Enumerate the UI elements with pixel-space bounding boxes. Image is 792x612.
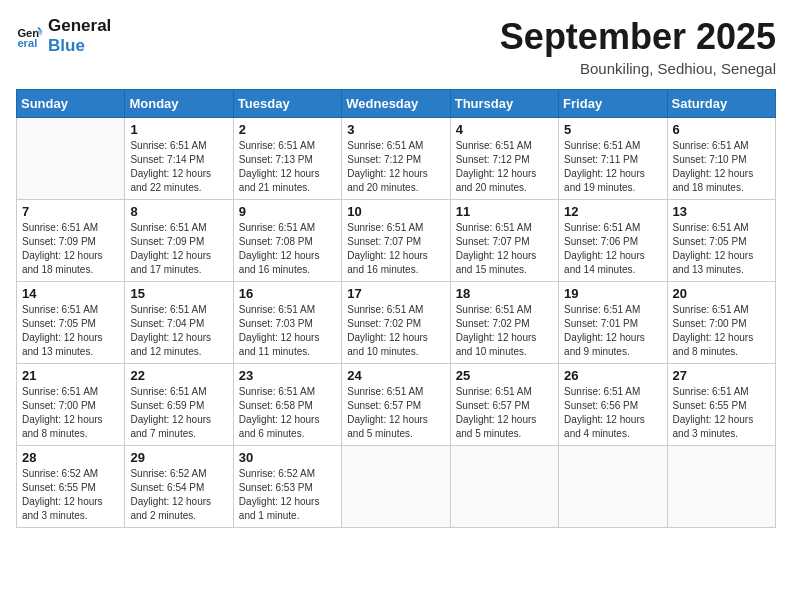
day-info: Sunrise: 6:51 AMSunset: 7:00 PMDaylight:… [673,303,770,359]
weekday-header-row: SundayMondayTuesdayWednesdayThursdayFrid… [17,90,776,118]
calendar-cell: 3Sunrise: 6:51 AMSunset: 7:12 PMDaylight… [342,118,450,200]
calendar-cell: 10Sunrise: 6:51 AMSunset: 7:07 PMDayligh… [342,200,450,282]
day-info: Sunrise: 6:51 AMSunset: 7:13 PMDaylight:… [239,139,336,195]
calendar-week-row: 7Sunrise: 6:51 AMSunset: 7:09 PMDaylight… [17,200,776,282]
calendar-cell: 17Sunrise: 6:51 AMSunset: 7:02 PMDayligh… [342,282,450,364]
day-info: Sunrise: 6:51 AMSunset: 7:05 PMDaylight:… [22,303,119,359]
day-info: Sunrise: 6:51 AMSunset: 7:03 PMDaylight:… [239,303,336,359]
day-info: Sunrise: 6:51 AMSunset: 7:02 PMDaylight:… [456,303,553,359]
calendar-cell: 4Sunrise: 6:51 AMSunset: 7:12 PMDaylight… [450,118,558,200]
calendar-cell: 9Sunrise: 6:51 AMSunset: 7:08 PMDaylight… [233,200,341,282]
calendar-cell [17,118,125,200]
day-number: 12 [564,204,661,219]
day-info: Sunrise: 6:51 AMSunset: 7:11 PMDaylight:… [564,139,661,195]
weekday-header-friday: Friday [559,90,667,118]
day-info: Sunrise: 6:51 AMSunset: 7:06 PMDaylight:… [564,221,661,277]
calendar-cell: 29Sunrise: 6:52 AMSunset: 6:54 PMDayligh… [125,446,233,528]
day-number: 11 [456,204,553,219]
day-number: 2 [239,122,336,137]
day-number: 16 [239,286,336,301]
calendar-cell: 14Sunrise: 6:51 AMSunset: 7:05 PMDayligh… [17,282,125,364]
calendar-cell [450,446,558,528]
day-info: Sunrise: 6:51 AMSunset: 7:09 PMDaylight:… [22,221,119,277]
day-info: Sunrise: 6:51 AMSunset: 6:56 PMDaylight:… [564,385,661,441]
day-info: Sunrise: 6:51 AMSunset: 6:55 PMDaylight:… [673,385,770,441]
logo-line2: Blue [48,36,111,56]
day-number: 5 [564,122,661,137]
calendar-cell: 25Sunrise: 6:51 AMSunset: 6:57 PMDayligh… [450,364,558,446]
calendar-week-row: 21Sunrise: 6:51 AMSunset: 7:00 PMDayligh… [17,364,776,446]
title-area: September 2025 Bounkiling, Sedhiou, Sene… [500,16,776,77]
calendar-cell: 12Sunrise: 6:51 AMSunset: 7:06 PMDayligh… [559,200,667,282]
day-number: 10 [347,204,444,219]
day-info: Sunrise: 6:51 AMSunset: 7:12 PMDaylight:… [456,139,553,195]
day-number: 27 [673,368,770,383]
calendar-cell: 21Sunrise: 6:51 AMSunset: 7:00 PMDayligh… [17,364,125,446]
calendar-week-row: 14Sunrise: 6:51 AMSunset: 7:05 PMDayligh… [17,282,776,364]
calendar-cell: 11Sunrise: 6:51 AMSunset: 7:07 PMDayligh… [450,200,558,282]
day-number: 18 [456,286,553,301]
weekday-header-wednesday: Wednesday [342,90,450,118]
day-info: Sunrise: 6:51 AMSunset: 6:58 PMDaylight:… [239,385,336,441]
weekday-header-saturday: Saturday [667,90,775,118]
day-number: 30 [239,450,336,465]
calendar-cell: 28Sunrise: 6:52 AMSunset: 6:55 PMDayligh… [17,446,125,528]
calendar-cell: 20Sunrise: 6:51 AMSunset: 7:00 PMDayligh… [667,282,775,364]
calendar-cell: 26Sunrise: 6:51 AMSunset: 6:56 PMDayligh… [559,364,667,446]
calendar-table: SundayMondayTuesdayWednesdayThursdayFrid… [16,89,776,528]
day-info: Sunrise: 6:51 AMSunset: 7:10 PMDaylight:… [673,139,770,195]
calendar-cell: 15Sunrise: 6:51 AMSunset: 7:04 PMDayligh… [125,282,233,364]
day-number: 14 [22,286,119,301]
weekday-header-monday: Monday [125,90,233,118]
calendar-cell: 24Sunrise: 6:51 AMSunset: 6:57 PMDayligh… [342,364,450,446]
day-info: Sunrise: 6:51 AMSunset: 6:57 PMDaylight:… [456,385,553,441]
calendar-cell: 2Sunrise: 6:51 AMSunset: 7:13 PMDaylight… [233,118,341,200]
calendar-cell: 27Sunrise: 6:51 AMSunset: 6:55 PMDayligh… [667,364,775,446]
day-number: 1 [130,122,227,137]
day-number: 7 [22,204,119,219]
day-info: Sunrise: 6:51 AMSunset: 7:07 PMDaylight:… [347,221,444,277]
day-info: Sunrise: 6:51 AMSunset: 7:01 PMDaylight:… [564,303,661,359]
day-info: Sunrise: 6:51 AMSunset: 7:14 PMDaylight:… [130,139,227,195]
calendar-cell [667,446,775,528]
day-number: 9 [239,204,336,219]
day-info: Sunrise: 6:51 AMSunset: 6:57 PMDaylight:… [347,385,444,441]
day-number: 8 [130,204,227,219]
page-header: Gen eral General Blue September 2025 Bou… [16,16,776,77]
day-number: 19 [564,286,661,301]
day-number: 15 [130,286,227,301]
calendar-cell [559,446,667,528]
day-info: Sunrise: 6:51 AMSunset: 7:09 PMDaylight:… [130,221,227,277]
logo-line1: General [48,16,111,36]
calendar-cell: 19Sunrise: 6:51 AMSunset: 7:01 PMDayligh… [559,282,667,364]
calendar-cell: 1Sunrise: 6:51 AMSunset: 7:14 PMDaylight… [125,118,233,200]
calendar-cell: 6Sunrise: 6:51 AMSunset: 7:10 PMDaylight… [667,118,775,200]
day-number: 25 [456,368,553,383]
day-number: 26 [564,368,661,383]
svg-text:eral: eral [17,37,37,49]
calendar-cell: 8Sunrise: 6:51 AMSunset: 7:09 PMDaylight… [125,200,233,282]
location-subtitle: Bounkiling, Sedhiou, Senegal [500,60,776,77]
day-number: 22 [130,368,227,383]
calendar-cell: 23Sunrise: 6:51 AMSunset: 6:58 PMDayligh… [233,364,341,446]
calendar-cell: 13Sunrise: 6:51 AMSunset: 7:05 PMDayligh… [667,200,775,282]
calendar-cell: 5Sunrise: 6:51 AMSunset: 7:11 PMDaylight… [559,118,667,200]
weekday-header-sunday: Sunday [17,90,125,118]
day-info: Sunrise: 6:52 AMSunset: 6:53 PMDaylight:… [239,467,336,523]
day-info: Sunrise: 6:52 AMSunset: 6:55 PMDaylight:… [22,467,119,523]
day-number: 21 [22,368,119,383]
calendar-cell [342,446,450,528]
day-info: Sunrise: 6:51 AMSunset: 7:00 PMDaylight:… [22,385,119,441]
calendar-cell: 16Sunrise: 6:51 AMSunset: 7:03 PMDayligh… [233,282,341,364]
day-info: Sunrise: 6:51 AMSunset: 7:04 PMDaylight:… [130,303,227,359]
day-info: Sunrise: 6:51 AMSunset: 7:07 PMDaylight:… [456,221,553,277]
weekday-header-tuesday: Tuesday [233,90,341,118]
day-info: Sunrise: 6:51 AMSunset: 7:05 PMDaylight:… [673,221,770,277]
calendar-cell: 30Sunrise: 6:52 AMSunset: 6:53 PMDayligh… [233,446,341,528]
day-number: 17 [347,286,444,301]
day-number: 20 [673,286,770,301]
day-info: Sunrise: 6:51 AMSunset: 7:12 PMDaylight:… [347,139,444,195]
month-title: September 2025 [500,16,776,58]
day-info: Sunrise: 6:51 AMSunset: 6:59 PMDaylight:… [130,385,227,441]
day-number: 23 [239,368,336,383]
